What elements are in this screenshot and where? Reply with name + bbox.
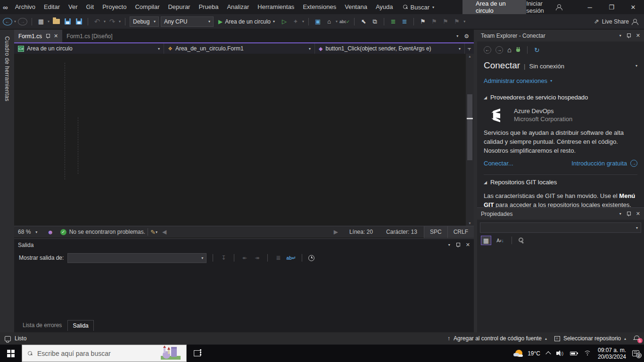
- member-dropdown[interactable]: ◆ button1_Click(object sender, EventArgs…: [315, 43, 464, 54]
- previous-bookmark-icon[interactable]: ⚑: [429, 16, 439, 27]
- solution-platforms-dropdown[interactable]: Any CPU ▾: [161, 16, 214, 27]
- scroll-up-icon[interactable]: ▲: [466, 54, 474, 59]
- output-title-bar[interactable]: Salida ▾ ✕: [14, 239, 474, 251]
- solution-configurations-dropdown[interactable]: Debug ▾: [130, 16, 159, 27]
- line-ending-indicator[interactable]: CRLF: [447, 226, 474, 238]
- tab-form1-cs[interactable]: Form1.cs ✕: [14, 30, 62, 42]
- clear-bookmarks-icon[interactable]: ⚑: [452, 16, 462, 27]
- code-cleanup-icon[interactable]: ✎: [150, 229, 156, 236]
- next-bookmark-icon[interactable]: ⚑: [441, 16, 450, 27]
- section-hosted-providers[interactable]: ◢ Proveedores de servicio hospedado: [484, 90, 637, 104]
- home-icon[interactable]: ⌂: [507, 46, 512, 54]
- project-dropdown[interactable]: C# Area de un circulo ▾: [14, 43, 164, 54]
- taskbar-search-input[interactable]: Escribe aquí para buscar: [22, 345, 187, 362]
- goto-message-icon[interactable]: ↧: [219, 255, 228, 261]
- intro-link[interactable]: Introducción gratuita →: [571, 160, 637, 167]
- chevron-down-icon[interactable]: ▾: [336, 19, 338, 24]
- redo-icon[interactable]: ↷: [107, 16, 117, 27]
- menu-ventana[interactable]: Ventana: [340, 3, 372, 10]
- notifications-bell-icon[interactable]: 1: [634, 336, 639, 341]
- scroll-right-icon[interactable]: ▶: [334, 229, 338, 235]
- scroll-down-icon[interactable]: ▼: [466, 221, 474, 226]
- start-without-debugging-icon[interactable]: ▷: [282, 18, 287, 25]
- search-highlight-image[interactable]: [161, 346, 181, 361]
- horizontal-scrollbar[interactable]: ◀ ▶: [162, 229, 338, 235]
- bookmark-icon[interactable]: ⚑: [418, 16, 428, 27]
- clear-all-icon[interactable]: ≣: [274, 255, 282, 261]
- chevron-down-icon[interactable]: ▾: [448, 243, 450, 247]
- chevron-down-icon[interactable]: ▾: [48, 19, 50, 24]
- menu-extensiones[interactable]: Extensiones: [298, 3, 340, 10]
- properties-object-dropdown[interactable]: ▾: [480, 222, 641, 233]
- menu-depurar[interactable]: Depurar: [164, 3, 194, 10]
- action-center-icon[interactable]: 2: [632, 350, 639, 356]
- feedback-person-icon[interactable]: ☻: [47, 229, 54, 236]
- output-source-dropdown[interactable]: ▾: [67, 253, 206, 263]
- background-tasks-icon[interactable]: [5, 336, 11, 341]
- compare-files-icon[interactable]: ⧉: [370, 16, 380, 27]
- chevron-down-icon[interactable]: ▾: [456, 34, 458, 38]
- tab-output[interactable]: Salida: [67, 320, 93, 331]
- save-icon[interactable]: [65, 18, 71, 25]
- search-control[interactable]: Buscar ▾: [403, 4, 434, 11]
- clock[interactable]: 09:07 a. m. 20/03/2024: [598, 347, 626, 360]
- next-message-icon[interactable]: ↠: [253, 255, 261, 261]
- menu-archivo[interactable]: Archivo: [11, 3, 40, 10]
- solution-explorer-icon[interactable]: ⌂: [324, 16, 334, 27]
- type-dropdown[interactable]: ❖ Area_de_un_circulo.Form1 ▾: [164, 43, 315, 54]
- chevron-down-icon[interactable]: ▾: [14, 19, 16, 24]
- menu-compilar[interactable]: Compilar: [131, 3, 164, 10]
- chevron-down-icon[interactable]: ▾: [619, 33, 621, 38]
- open-file-icon[interactable]: [53, 19, 60, 24]
- zoom-dropdown[interactable]: 68 % ▾: [14, 229, 47, 235]
- indent-decrease-icon[interactable]: ≣: [388, 16, 398, 27]
- save-all-icon[interactable]: [76, 18, 82, 25]
- wifi-icon[interactable]: [583, 350, 592, 356]
- section-local-git[interactable]: ◢ Repositorios GIT locales: [484, 175, 637, 189]
- start-debugging-button[interactable]: ▶ Area de un circulo ▾: [215, 18, 278, 25]
- space-mode-indicator[interactable]: SPC: [424, 226, 447, 238]
- chevron-down-icon[interactable]: ▾: [302, 19, 304, 24]
- panel-divider[interactable]: [474, 30, 477, 332]
- chevron-down-icon[interactable]: ▾: [156, 230, 157, 234]
- vertical-scrollbar[interactable]: ▲ ▼: [466, 54, 474, 226]
- connect-link[interactable]: Conectar...: [484, 160, 513, 167]
- chevron-down-icon[interactable]: ▾: [104, 19, 106, 24]
- live-share-button[interactable]: ⇗ Live Share: [594, 18, 637, 25]
- close-button[interactable]: ✕: [622, 0, 644, 14]
- previous-message-icon[interactable]: ↞: [240, 255, 249, 261]
- battery-icon[interactable]: [570, 352, 577, 355]
- close-icon[interactable]: ✕: [54, 33, 58, 39]
- add-to-source-control-button[interactable]: ↑ Agregar al control de código fuente ▴: [447, 335, 547, 342]
- close-icon[interactable]: ✕: [466, 242, 470, 248]
- show-hidden-icons-chevron[interactable]: [545, 351, 551, 356]
- pin-icon[interactable]: [46, 33, 50, 39]
- forward-icon[interactable]: →: [495, 46, 503, 54]
- tab-form1-cs-design[interactable]: Form1.cs [Diseño]: [62, 30, 116, 42]
- categorized-view-icon[interactable]: ▦: [481, 236, 491, 245]
- undo-icon[interactable]: ↶: [92, 16, 102, 27]
- navigate-forward-icon[interactable]: →: [18, 18, 27, 25]
- spell-check-icon[interactable]: abc✓: [339, 16, 350, 27]
- minimize-button[interactable]: ─: [579, 0, 601, 14]
- find-in-files-icon[interactable]: ▣: [313, 16, 322, 27]
- pin-icon[interactable]: [627, 211, 631, 216]
- menu-ver[interactable]: Ver: [64, 3, 82, 10]
- select-repository-button[interactable]: II Seleccionar repositorio ▴: [554, 335, 626, 342]
- scroll-left-icon[interactable]: ◀: [162, 229, 166, 235]
- sign-in-button[interactable]: Iniciar sesión: [526, 0, 560, 14]
- pin-icon[interactable]: [627, 33, 631, 38]
- health-indicator[interactable]: ✓ No se encontraron problemas.: [60, 229, 145, 235]
- scrollbar-thumb[interactable]: [467, 94, 472, 160]
- menu-git[interactable]: Git: [82, 3, 99, 10]
- timestamp-icon[interactable]: [308, 255, 314, 261]
- menu-proyecto[interactable]: Proyecto: [98, 3, 131, 10]
- tab-error-list[interactable]: Lista de errores: [18, 320, 66, 330]
- close-icon[interactable]: ✕: [636, 211, 640, 217]
- hot-reload-icon[interactable]: ✦: [291, 16, 300, 27]
- start-button[interactable]: [0, 345, 22, 362]
- navigate-cursor-icon[interactable]: ⬉: [359, 16, 368, 27]
- code-editor[interactable]: ▲ ▼: [14, 54, 474, 226]
- manage-connections-link[interactable]: Administrar conexiones ▾: [484, 75, 637, 90]
- word-wrap-icon[interactable]: ab↵: [286, 255, 296, 261]
